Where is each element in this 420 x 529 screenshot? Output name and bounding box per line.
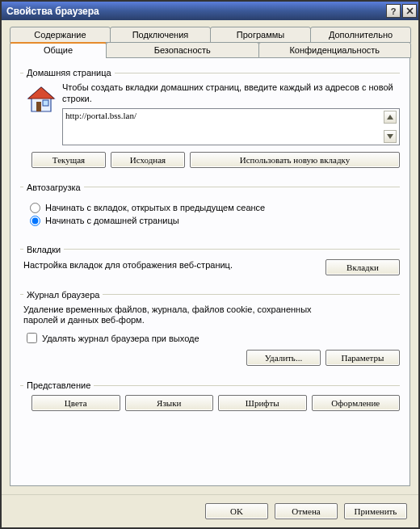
group-history: Журнал браузера Удаление временных файло… [20, 290, 400, 375]
group-tabs: Вкладки Настройка вкладок для отображени… [20, 245, 400, 283]
scroll-up-button[interactable] [384, 111, 397, 124]
dialog-buttons: OK Отмена Применить [2, 494, 418, 527]
tab-panel-general: Домашняя страница Чтобы создать вкладки … [10, 58, 410, 486]
home-icon [25, 84, 57, 116]
radio-start-home-label: Начинать с домашней страницы [45, 216, 179, 225]
close-button[interactable] [402, 4, 417, 18]
home-default-button[interactable]: Исходная [111, 152, 185, 168]
appearance-lang-button[interactable]: Языки [125, 395, 214, 411]
group-startup: Автозагрузка Начинать с вкладок, открыты… [20, 183, 400, 238]
history-delete-onexit[interactable]: Удалять журнал браузера при выходе [27, 333, 400, 343]
home-current-button[interactable]: Текущая [32, 152, 106, 168]
svg-rect-3 [43, 100, 48, 106]
group-home: Домашняя страница Чтобы создать вкладки … [20, 68, 400, 176]
chevron-up-icon [387, 115, 393, 120]
tabs-settings-button[interactable]: Вкладки [326, 259, 400, 275]
tab-advanced[interactable]: Дополнительно [310, 27, 411, 43]
scroll-down-button[interactable] [384, 130, 397, 143]
group-appearance-legend: Представление [23, 380, 94, 390]
history-params-button[interactable]: Параметры [326, 350, 400, 366]
group-history-legend: Журнал браузера [23, 290, 103, 300]
chevron-down-icon [387, 134, 393, 139]
tab-general[interactable]: Общие [10, 42, 107, 58]
group-home-legend: Домашняя страница [23, 68, 115, 78]
tab-row-1: Содержание Подключения Программы Дополни… [10, 27, 410, 43]
tab-security[interactable]: Безопасность [106, 42, 259, 58]
radio-start-last[interactable]: Начинать с вкладок, открытых в предыдуще… [30, 203, 397, 213]
svg-rect-2 [36, 102, 41, 111]
titlebar: Свойства браузера ? [2, 2, 418, 20]
radio-start-home-input[interactable] [30, 216, 40, 226]
appearance-accessibility-button[interactable]: Оформление [312, 395, 401, 411]
group-startup-legend: Автозагрузка [23, 183, 84, 192]
tab-row-2: Общие Безопасность Конфиденциальность [10, 42, 410, 58]
history-desc: Удаление временных файлов, журнала, файл… [23, 304, 330, 327]
radio-start-home[interactable]: Начинать с домашней страницы [30, 216, 397, 226]
cancel-button[interactable]: Отмена [275, 503, 338, 519]
tab-privacy[interactable]: Конфиденциальность [258, 42, 412, 58]
svg-marker-1 [28, 87, 54, 99]
tabs-desc: Настройка вкладок для отображения веб-ст… [23, 259, 326, 271]
radio-start-last-input[interactable] [30, 203, 40, 213]
history-delete-onexit-label: Удалять журнал браузера при выходе [42, 334, 200, 343]
group-tabs-legend: Вкладки [23, 245, 64, 254]
tab-connections[interactable]: Подключения [110, 27, 211, 43]
home-url-input[interactable]: http://portal.bss.lan/ [62, 108, 400, 145]
window-title: Свойства браузера [6, 6, 384, 17]
appearance-colors-button[interactable]: Цвета [32, 395, 120, 411]
home-url-text: http://portal.bss.lan/ [65, 111, 384, 143]
ok-button[interactable]: OK [205, 503, 268, 519]
group-appearance: Представление Цвета Языки Шрифты Оформле… [20, 380, 400, 419]
history-delete-onexit-input[interactable] [27, 333, 37, 343]
home-newtab-button[interactable]: Использовать новую вкладку [190, 152, 400, 168]
history-delete-button[interactable]: Удалить... [246, 350, 321, 366]
home-url-scroll [384, 111, 397, 143]
help-button[interactable]: ? [386, 4, 401, 18]
close-icon [406, 7, 414, 15]
appearance-fonts-button[interactable]: Шрифты [218, 395, 307, 411]
tab-content[interactable]: Содержание [10, 27, 111, 43]
tab-programs[interactable]: Программы [210, 27, 311, 43]
apply-button[interactable]: Применить [344, 503, 407, 519]
radio-start-last-label: Начинать с вкладок, открытых в предыдуще… [45, 203, 265, 212]
home-desc: Чтобы создать вкладки домашних страниц, … [62, 82, 400, 105]
